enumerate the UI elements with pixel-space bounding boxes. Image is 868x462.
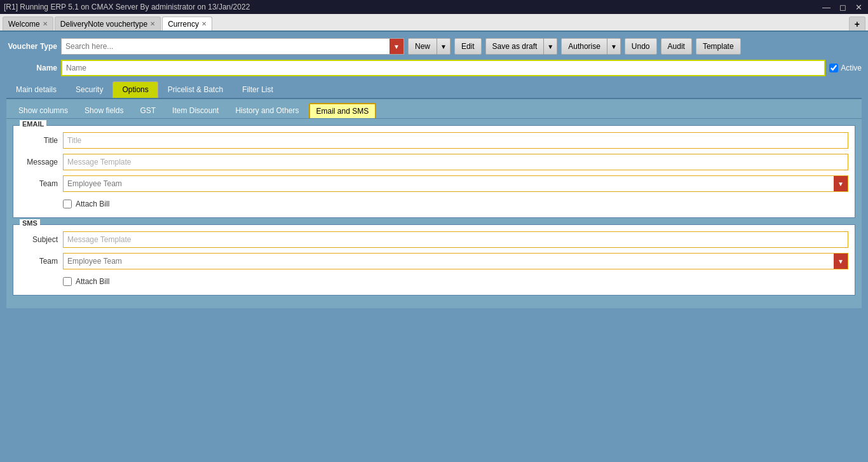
email-message-row: Message [20,154,848,170]
title-bar: [R1] Running ERP 5.1 on CMAX Server By a… [0,0,868,14]
audit-button[interactable]: Audit [661,38,692,55]
undo-button[interactable]: Undo [625,38,657,55]
voucher-type-label: Voucher Type [6,42,57,51]
save-as-draft-button[interactable]: Save as draft [485,38,544,55]
sms-attach-bill-label: Attach Bill [76,277,109,286]
authorise-button-group: Authorise ▼ [561,38,621,55]
tab-welcome-label: Welcome [8,20,40,29]
title-text: [R1] Running ERP 5.1 on CMAX Server By a… [4,3,250,11]
email-attach-bill-checkbox[interactable] [63,200,72,208]
new-dropdown-arrow[interactable]: ▼ [437,38,451,55]
email-title-input[interactable] [63,132,848,149]
name-input[interactable] [61,60,825,76]
active-label: Active [841,64,862,72]
tab-welcome-close[interactable]: ✕ [43,20,48,27]
subtab-show-columns[interactable]: Show columns [11,103,75,118]
tab-main-details[interactable]: Main details [6,81,66,98]
tab-deliverynote-label: DeliveryNote vouchertype [60,20,147,29]
email-title-label: Title [20,136,58,145]
save-as-draft-group: Save as draft ▼ [485,38,558,55]
email-legend: EMAIL [20,120,46,128]
tab-add-button[interactable]: + [849,17,865,31]
active-checkbox[interactable] [829,64,838,72]
email-attach-row: Attach Bill [63,197,848,211]
voucher-type-search[interactable]: ▼ [61,38,404,55]
edit-button[interactable]: Edit [454,38,482,55]
name-label: Name [6,64,57,72]
search-input[interactable] [62,39,403,54]
email-section: EMAIL Title Message Team ▼ Attach Bill [13,125,855,218]
tab-security[interactable]: Security [66,81,112,98]
email-message-input[interactable] [63,154,848,170]
new-button[interactable]: New [408,38,437,55]
sms-team-dropdown-arrow[interactable]: ▼ [834,254,848,269]
email-team-combo[interactable]: ▼ [63,175,848,192]
sms-subject-label: Subject [20,235,58,244]
tab-currency-label: Currency [168,20,199,29]
subtab-email-sms[interactable]: Email and SMS [309,103,377,118]
close-button[interactable]: ✕ [853,3,864,12]
tab-welcome[interactable]: Welcome ✕ [3,17,53,31]
email-team-row: Team ▼ [20,175,848,192]
sms-team-combo[interactable]: ▼ [63,253,848,269]
tab-currency-close[interactable]: ✕ [201,20,207,27]
sms-team-row: Team ▼ [20,253,848,269]
name-row: Name Active [6,60,862,76]
tab-currency[interactable]: Currency ✕ [162,17,212,31]
content-panel: EMAIL Title Message Team ▼ Attach Bill [6,119,862,308]
sms-team-input[interactable] [64,254,848,269]
tab-filter-list[interactable]: Filter List [233,81,283,98]
restore-button[interactable]: ◻ [837,3,848,12]
active-checkbox-group: Active [829,64,862,72]
template-button[interactable]: Template [696,38,741,55]
subtab-show-fields[interactable]: Show fields [78,103,130,118]
email-team-dropdown-arrow[interactable]: ▼ [834,176,848,191]
save-draft-dropdown-arrow[interactable]: ▼ [543,38,557,55]
sms-attach-row: Attach Bill [63,275,848,289]
subtab-gst[interactable]: GST [133,103,163,118]
sms-attach-bill-checkbox[interactable] [63,277,72,286]
sms-subject-row: Subject [20,231,848,248]
nav-tabs: Main details Security Options Pricelist … [6,81,862,99]
email-team-label: Team [20,179,58,188]
email-attach-bill-label: Attach Bill [76,200,109,208]
tab-pricelist-batch[interactable]: Pricelist & Batch [158,81,233,98]
email-message-label: Message [20,158,58,166]
tab-deliverynote[interactable]: DeliveryNote vouchertype ✕ [55,17,161,31]
sms-team-label: Team [20,257,58,266]
sub-tabs: Show columns Show fields GST Item Discou… [6,99,862,119]
subtab-item-discount[interactable]: Item Discount [165,103,226,118]
email-title-row: Title [20,132,848,149]
search-dropdown-arrow[interactable]: ▼ [390,39,403,54]
sms-subject-input[interactable] [63,231,848,248]
tab-bar: Welcome ✕ DeliveryNote vouchertype ✕ Cur… [0,14,868,32]
email-team-input[interactable] [64,176,848,191]
tab-deliverynote-close[interactable]: ✕ [150,20,155,27]
toolbar: Voucher Type ▼ New ▼ Edit Save as draft … [6,38,862,55]
sms-legend: SMS [20,219,40,227]
subtab-history-others[interactable]: History and Others [228,103,306,118]
authorise-dropdown-arrow[interactable]: ▼ [607,38,621,55]
tab-options[interactable]: Options [112,81,158,98]
authorise-button[interactable]: Authorise [561,38,607,55]
minimize-button[interactable]: — [820,3,832,12]
window-controls: — ◻ ✕ [820,3,864,12]
new-button-group: New ▼ [408,38,451,55]
sms-section: SMS Subject Team ▼ Attach Bill [13,224,855,296]
main-area: Voucher Type ▼ New ▼ Edit Save as draft … [0,32,868,462]
